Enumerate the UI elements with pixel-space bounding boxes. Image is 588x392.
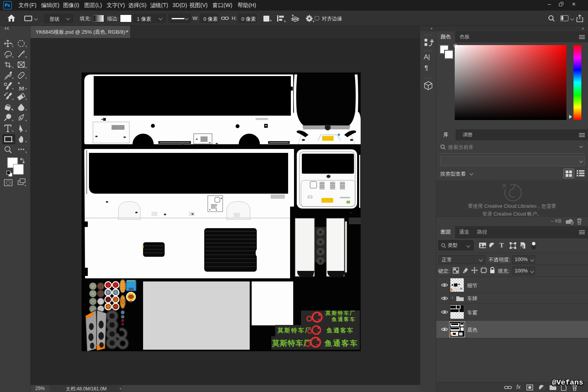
svg-text:鱼通客车: 鱼通客车 xyxy=(326,327,354,334)
svg-text:鱼通客车: 鱼通客车 xyxy=(324,339,358,347)
svg-text:鱼通客车: 鱼通客车 xyxy=(331,316,356,322)
svg-text:莫斯特车厂: 莫斯特车厂 xyxy=(277,327,312,334)
svg-text:莫斯特车厂: 莫斯特车厂 xyxy=(272,339,311,347)
svg-text:莫斯特车厂: 莫斯特车厂 xyxy=(325,310,356,316)
